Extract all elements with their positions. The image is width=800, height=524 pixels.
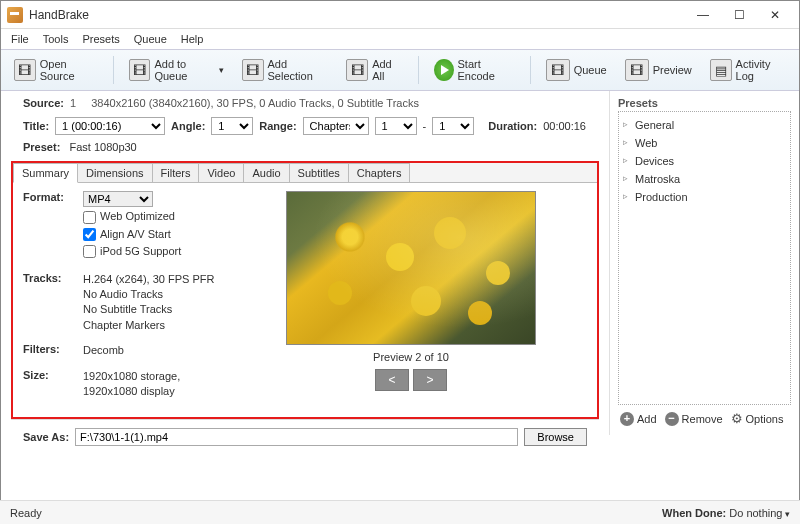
save-line: Save As: Browse — [11, 419, 599, 454]
title-label: Title: — [23, 120, 49, 132]
angle-select[interactable]: 1 — [211, 117, 253, 135]
menu-presets[interactable]: Presets — [76, 31, 125, 47]
queue-label: Queue — [574, 64, 607, 76]
main-area: Source: 1 3840x2160 (3840x2160), 30 FPS,… — [1, 91, 799, 435]
minimize-button[interactable]: — — [685, 4, 721, 26]
add-queue-icon: 🎞 — [129, 59, 151, 81]
add-all-icon: 🎞 — [346, 59, 368, 81]
start-encode-button[interactable]: Start Encode — [427, 54, 522, 86]
tracks-value: H.264 (x264), 30 FPS PFR No Audio Tracks… — [83, 272, 223, 334]
range-to-select[interactable]: 1 — [432, 117, 474, 135]
preset-add-button[interactable]: +Add — [620, 412, 657, 426]
window-title: HandBrake — [29, 8, 685, 22]
menu-queue[interactable]: Queue — [128, 31, 173, 47]
log-icon: ▤ — [710, 59, 732, 81]
add-to-queue-label: Add to Queue — [154, 58, 214, 82]
preset-add-label: Add — [637, 413, 657, 425]
tab-subtitles[interactable]: Subtitles — [289, 163, 349, 182]
preview-icon: 🎞 — [625, 59, 649, 81]
presets-tree: General Web Devices Matroska Production — [618, 111, 791, 405]
separator — [113, 56, 114, 84]
ipod-5g-checkbox[interactable] — [83, 245, 96, 258]
size-value: 1920x1080 storage, 1920x1080 display — [83, 369, 223, 400]
tab-filters[interactable]: Filters — [152, 163, 200, 182]
tab-container: Summary Dimensions Filters Video Audio S… — [11, 161, 599, 419]
when-done-select[interactable]: Do nothing — [729, 507, 790, 519]
filters-value: Decomb — [83, 343, 223, 358]
tab-audio[interactable]: Audio — [243, 163, 289, 182]
tab-video[interactable]: Video — [198, 163, 244, 182]
queue-button[interactable]: 🎞Queue — [539, 55, 614, 85]
preset-devices[interactable]: Devices — [621, 152, 788, 170]
activity-log-button[interactable]: ▤Activity Log — [703, 54, 793, 86]
presets-title: Presets — [618, 95, 791, 111]
preset-matroska[interactable]: Matroska — [621, 170, 788, 188]
format-select[interactable]: MP4 — [83, 191, 153, 207]
preview-image — [286, 191, 536, 345]
menu-tools[interactable]: Tools — [37, 31, 75, 47]
preset-options-button[interactable]: ⚙Options — [731, 411, 784, 426]
queue-icon: 🎞 — [546, 59, 570, 81]
range-mode-select[interactable]: Chapters — [303, 117, 369, 135]
preview-next-button[interactable]: > — [413, 369, 447, 391]
save-as-input[interactable] — [75, 428, 518, 446]
preset-remove-button[interactable]: −Remove — [665, 412, 723, 426]
menu-file[interactable]: File — [5, 31, 35, 47]
preset-line: Preset: Fast 1080p30 — [11, 141, 599, 161]
preset-production[interactable]: Production — [621, 188, 788, 206]
add-to-queue-button[interactable]: 🎞Add to Queue — [122, 54, 231, 86]
duration-value: 00:00:16 — [543, 120, 586, 132]
tab-dimensions[interactable]: Dimensions — [77, 163, 152, 182]
preset-remove-label: Remove — [682, 413, 723, 425]
filters-label: Filters: — [23, 343, 83, 355]
maximize-button[interactable]: ☐ — [721, 4, 757, 26]
toolbar: 🎞Open Source 🎞Add to Queue 🎞Add Selectio… — [1, 49, 799, 91]
separator — [418, 56, 419, 84]
left-column: Source: 1 3840x2160 (3840x2160), 30 FPS,… — [1, 91, 609, 435]
start-encode-label: Start Encode — [458, 58, 515, 82]
preview-pane: Preview 2 of 10 < > — [235, 191, 587, 405]
tab-strip: Summary Dimensions Filters Video Audio S… — [13, 163, 597, 183]
duration-label: Duration: — [488, 120, 537, 132]
menubar: File Tools Presets Queue Help — [1, 29, 799, 49]
preset-general[interactable]: General — [621, 116, 788, 134]
size-label: Size: — [23, 369, 83, 381]
menu-help[interactable]: Help — [175, 31, 210, 47]
tab-chapters[interactable]: Chapters — [348, 163, 411, 182]
tracks-label: Tracks: — [23, 272, 83, 284]
add-selection-label: Add Selection — [268, 58, 329, 82]
preset-web[interactable]: Web — [621, 134, 788, 152]
source-line: Source: 1 3840x2160 (3840x2160), 30 FPS,… — [11, 91, 599, 115]
title-select[interactable]: 1 (00:00:16) — [55, 117, 165, 135]
plus-icon: + — [620, 412, 634, 426]
add-all-label: Add All — [372, 58, 403, 82]
save-as-label: Save As: — [23, 431, 69, 443]
preview-label: Preview — [653, 64, 692, 76]
add-selection-icon: 🎞 — [242, 59, 264, 81]
source-info: 3840x2160 (3840x2160), 30 FPS, 0 Audio T… — [91, 97, 419, 109]
app-icon — [7, 7, 23, 23]
web-optimized-label: Web Optimized — [100, 209, 175, 224]
minus-icon: − — [665, 412, 679, 426]
range-dash: - — [423, 120, 427, 132]
web-optimized-checkbox[interactable] — [83, 211, 96, 224]
range-label: Range: — [259, 120, 296, 132]
open-source-button[interactable]: 🎞Open Source — [7, 54, 105, 86]
align-av-checkbox[interactable] — [83, 228, 96, 241]
preview-prev-button[interactable]: < — [375, 369, 409, 391]
source-index: 1 — [70, 97, 76, 109]
presets-panel: Presets General Web Devices Matroska Pro… — [609, 91, 799, 435]
preview-nav: < > — [375, 369, 447, 391]
source-label: Source: — [23, 97, 64, 109]
gear-icon: ⚙ — [731, 411, 743, 426]
close-button[interactable]: ✕ — [757, 4, 793, 26]
add-selection-button[interactable]: 🎞Add Selection — [235, 54, 336, 86]
preview-button[interactable]: 🎞Preview — [618, 55, 699, 85]
browse-button[interactable]: Browse — [524, 428, 587, 446]
range-from-select[interactable]: 1 — [375, 117, 417, 135]
angle-label: Angle: — [171, 120, 205, 132]
preset-options-label: Options — [746, 413, 784, 425]
tab-summary[interactable]: Summary — [13, 163, 78, 183]
when-done-label: When Done: — [662, 507, 726, 519]
add-all-button[interactable]: 🎞Add All — [339, 54, 409, 86]
